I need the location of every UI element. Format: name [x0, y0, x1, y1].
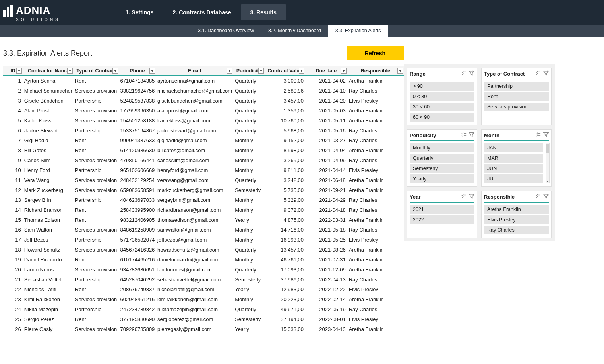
main-tab[interactable]: 3. Results — [241, 4, 286, 20]
cell-id: 2 — [3, 86, 23, 96]
slicer-item[interactable]: JUN — [484, 164, 543, 173]
table-row[interactable]: 18Howard SchultzServices provision845672… — [3, 245, 404, 255]
column-header-label: Due date — [316, 68, 337, 74]
table-row[interactable]: 20Lando NorrisServices provision93478263… — [3, 265, 404, 275]
table-row[interactable]: 9Carlos SlimServices provision4798501664… — [3, 155, 404, 165]
cell-type: Services provision — [74, 116, 119, 126]
slicer-item[interactable]: Ray Charles — [484, 226, 549, 234]
multiselect-icon[interactable] — [535, 194, 541, 200]
table-row[interactable]: 17Jeff BezosPartnership571736582074jeffb… — [3, 235, 404, 245]
table-row[interactable]: 23Kimi RaikkonenServices provision602948… — [3, 294, 404, 304]
table-row[interactable]: 14Richard BransonRent258433995900richard… — [3, 205, 404, 215]
table-row[interactable]: 4Alain ProstServices provision1779593963… — [3, 106, 404, 116]
column-header-email[interactable]: Email▾ — [156, 66, 233, 76]
cell-name: Ayrton Senna — [23, 76, 74, 86]
filter-dropdown-icon[interactable]: ▾ — [299, 68, 304, 74]
table-row[interactable]: 24Nikita MazepinPartnership247234789842n… — [3, 304, 404, 314]
slicer-item[interactable]: 2021 — [410, 205, 474, 214]
table-row[interactable]: 15Thomas EdisonRent983212406905thomasedi… — [3, 215, 404, 225]
clear-filter-icon[interactable] — [543, 70, 549, 77]
table-row[interactable]: 2Michael SchumacherServices provision338… — [3, 86, 404, 96]
column-header-resp[interactable]: Responsible▾ — [347, 66, 404, 76]
table-row[interactable]: 16Sam WaltonServices provision8486192589… — [3, 225, 404, 235]
filter-dropdown-icon[interactable]: ▾ — [341, 68, 347, 74]
cell-period: Semesterly — [233, 275, 265, 285]
multiselect-icon[interactable] — [461, 194, 467, 200]
multiselect-icon[interactable] — [535, 70, 541, 77]
column-header-due[interactable]: Due date▾ — [305, 66, 347, 76]
multiselect-icon[interactable] — [461, 70, 467, 77]
filter-dropdown-icon[interactable]: ▾ — [258, 68, 264, 74]
clear-filter-icon[interactable] — [469, 194, 474, 200]
slicer-item[interactable]: Rent — [484, 92, 549, 101]
filter-dropdown-icon[interactable]: ▾ — [67, 68, 73, 74]
filter-dropdown-icon[interactable]: ▾ — [149, 68, 155, 74]
table-row[interactable]: 21Sebastian VettelPartnership64528704029… — [3, 275, 404, 285]
clear-filter-icon[interactable] — [469, 132, 474, 139]
multiselect-icon[interactable] — [535, 132, 541, 139]
table-row[interactable]: 26Pierre GaslyServices provision70929673… — [3, 324, 404, 334]
multiselect-icon[interactable] — [461, 132, 467, 139]
table-row[interactable]: 19Daniel RicciardoRent610174465216daniel… — [3, 255, 404, 265]
table-row[interactable]: 6Jackie StewartPartnership153375194867ja… — [3, 126, 404, 136]
sub-tab[interactable]: 3.3. Expiration Alerts — [328, 25, 388, 37]
slicer-item[interactable]: Semesterly — [410, 164, 474, 173]
slicer-item[interactable]: 30 < 60 — [410, 103, 474, 111]
scroll-down-icon[interactable]: ▾ — [546, 180, 549, 183]
cell-name: Howard Schultz — [23, 245, 74, 255]
clear-filter-icon[interactable] — [469, 70, 474, 77]
column-header-period[interactable]: Periodicity▾ — [233, 66, 265, 76]
cell-type: Partnership — [74, 96, 119, 106]
table-row[interactable]: 7Gigi HadidRent999041337633gigihadid@gma… — [3, 136, 404, 145]
slicer-item[interactable]: Partnership — [484, 82, 549, 91]
slicer-item[interactable]: 2022 — [410, 215, 474, 224]
cell-resp: Elvis Presley — [347, 96, 404, 106]
table-row[interactable]: 1Ayrton SennaRent671047184385ayrtonsenna… — [3, 76, 404, 86]
slicer-item[interactable]: Aretha Franklin — [484, 205, 549, 214]
filter-dropdown-icon[interactable]: ▾ — [227, 68, 232, 74]
slicer-item[interactable]: JAN — [484, 143, 543, 152]
filter-dropdown-icon[interactable]: ▾ — [112, 68, 118, 74]
table-row[interactable]: 10Henry FordPartnership965102606669henry… — [3, 165, 404, 175]
slicer-item[interactable]: JUL — [484, 174, 543, 183]
cell-email: henryford@gmail.com — [156, 165, 233, 175]
slicer-item[interactable]: > 90 — [410, 82, 474, 91]
sub-tab[interactable]: 3.2. Monthly Dashboard — [261, 25, 328, 37]
slicer-item[interactable]: Monthly — [410, 143, 474, 152]
column-header-value[interactable]: Contract Value▾ — [265, 66, 305, 76]
cell-due: 2021-04-29 — [305, 195, 347, 205]
table-row[interactable]: 5Karlie KlossServices provision154501258… — [3, 116, 404, 126]
main-tab[interactable]: 1. Settings — [116, 0, 163, 25]
slicer-item[interactable]: Elvis Presley — [484, 215, 549, 224]
table-row[interactable]: 8Bill GatesRent614120936630billgates@gma… — [3, 145, 404, 155]
slicer-item[interactable]: Services provision — [484, 103, 549, 111]
column-header-type[interactable]: Type of Contract▾ — [74, 66, 119, 76]
column-header-id[interactable]: ID▾ — [3, 66, 23, 76]
refresh-button[interactable]: Refresh — [347, 46, 404, 60]
table-row[interactable]: 22Nicholas LatifiRent208676749837nichola… — [3, 285, 404, 294]
cell-resp: Aretha Franklin — [347, 294, 404, 304]
slicer-item[interactable]: 0 < 30 — [410, 92, 474, 101]
main-tab[interactable]: 2. Contracts Database — [163, 0, 241, 25]
column-header-name[interactable]: Contractor Name▾ — [23, 66, 74, 76]
table-row[interactable]: 25Sergio PerezRent377195880690sergiopere… — [3, 314, 404, 324]
filter-dropdown-icon[interactable]: ▾ — [397, 68, 403, 74]
filter-dropdown-icon[interactable]: ▾ — [16, 68, 22, 74]
slicer-item[interactable]: 60 < 90 — [410, 113, 474, 122]
cell-value: 9 811,00 — [265, 165, 305, 175]
scrollbar[interactable]: ▴▾ — [546, 143, 550, 183]
slicer-item[interactable]: Yearly — [410, 174, 474, 183]
cell-phone: 177959396350 — [119, 106, 156, 116]
sub-tab[interactable]: 3.1. Dashboard Overview — [191, 25, 261, 37]
table-row[interactable]: 11Vera WangServices provision24843212925… — [3, 175, 404, 185]
slicer-item[interactable]: Quarterly — [410, 154, 474, 163]
table-row[interactable]: 12Mark ZuckerbergServices provision65908… — [3, 185, 404, 195]
scroll-thumb[interactable] — [546, 144, 549, 153]
slicer-year: Year20212022 — [407, 191, 477, 238]
slicer-item[interactable]: MAR — [484, 154, 543, 163]
table-row[interactable]: 13Sergey BrinPartnership404623697033serg… — [3, 195, 404, 205]
clear-filter-icon[interactable] — [543, 132, 549, 139]
clear-filter-icon[interactable] — [543, 194, 549, 200]
table-row[interactable]: 3Gisele BündchenPartnership524829537838g… — [3, 96, 404, 106]
column-header-phone[interactable]: Phone▾ — [119, 66, 156, 76]
